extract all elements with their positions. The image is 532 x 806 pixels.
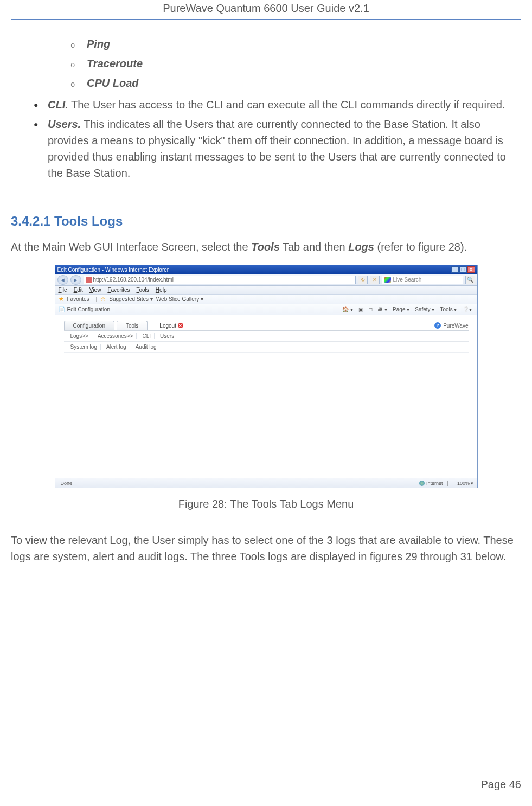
list-item-ping: Ping <box>87 36 110 52</box>
menu-edit[interactable]: Edit <box>74 287 83 293</box>
address-bar[interactable]: http://192.168.200.104/index.html <box>84 276 356 284</box>
page-number: Page 46 <box>480 778 521 790</box>
figure-28: Edit Configuration - Windows Internet Ex… <box>11 265 521 488</box>
window-title: Edit Configuration - Windows Internet Ex… <box>57 267 169 273</box>
subnav-users[interactable]: Users <box>157 333 177 339</box>
nested-list: o Ping o Traceroute o CPU Load <box>70 36 521 91</box>
menu-view[interactable]: View <box>89 287 101 293</box>
section-heading: 3.4.2.1 Tools Logs <box>11 214 521 229</box>
favorites-star-icon[interactable]: ★ <box>59 296 64 303</box>
bullet-dot: ● <box>34 116 48 181</box>
stop-button[interactable]: ✕ <box>370 276 380 284</box>
log-audit[interactable]: Audit log <box>132 344 160 350</box>
zoom-control[interactable]: 100% ▾ <box>457 481 474 486</box>
mail-button[interactable]: □ <box>367 305 374 314</box>
safety-menu[interactable]: Safety ▾ <box>413 305 437 314</box>
intro-paragraph: At the Main Web GUI Interface Screen, se… <box>11 239 521 255</box>
search-provider-icon <box>384 277 391 283</box>
log-alert[interactable]: Alert log <box>103 344 130 350</box>
web-slice-gallery[interactable]: Web Slice Gallery ▾ <box>156 296 203 302</box>
bullet-list: ● CLI. The User has access to the CLI an… <box>34 97 521 181</box>
favorites-label[interactable]: Favorites <box>67 296 89 302</box>
search-go-button[interactable]: 🔍 <box>465 276 475 284</box>
list-marker: o <box>70 40 87 52</box>
ie-favorites-bar: ★ Favorites | ☆ Suggested Sites ▾ Web Sl… <box>55 295 477 304</box>
list-item-traceroute: Traceroute <box>87 55 143 72</box>
menu-help[interactable]: Help <box>156 287 167 293</box>
subnav-cli[interactable]: CLI <box>139 333 155 339</box>
logout-icon: ✕ <box>178 323 183 328</box>
ie-status-bar: Done Internet | 100% ▾ <box>55 478 477 488</box>
favicon-icon <box>86 277 92 283</box>
tools-menu[interactable]: Tools ▾ <box>438 305 459 314</box>
page-header: PureWave Quantum 6600 User Guide v2.1 <box>11 0 521 20</box>
subnav-logs[interactable]: Logs>> <box>67 333 92 339</box>
page-menu[interactable]: Page ▾ <box>390 305 412 314</box>
subnav-accessories[interactable]: Accessories>> <box>94 333 137 339</box>
logout-button[interactable]: Logout ✕ <box>159 323 183 329</box>
back-button[interactable]: ◄ <box>57 275 68 285</box>
globe-icon <box>419 481 425 486</box>
window-minimize-button[interactable]: _ <box>451 266 459 273</box>
page-tab-icon: 📄 <box>59 306 65 312</box>
help-icon[interactable]: ? <box>434 322 441 329</box>
security-zone[interactable]: Internet <box>419 481 443 486</box>
ie-window: Edit Configuration - Windows Internet Ex… <box>55 265 478 488</box>
list-item-cpuload: CPU Load <box>87 75 139 91</box>
feeds-button[interactable]: ▣ <box>356 305 366 314</box>
ie-command-bar: 📄 Edit Configuration 🏠 ▾ ▣ □ 🖶 ▾ Page ▾ … <box>55 304 477 315</box>
brand-logo: ? PureWave <box>434 322 468 329</box>
ie-navbar: ◄ ► http://192.168.200.104/index.html ↻ … <box>55 274 477 286</box>
list-marker: o <box>70 60 87 71</box>
bullet-cli: CLI. The User has access to the CLI and … <box>48 97 521 113</box>
window-close-button[interactable]: X <box>467 266 475 273</box>
list-marker: o <box>70 79 87 91</box>
bullet-users: Users. This indicates all the Users that… <box>48 116 521 181</box>
log-system[interactable]: System log <box>67 344 101 350</box>
print-button[interactable]: 🖶 ▾ <box>375 305 389 314</box>
menu-tools[interactable]: Tools <box>137 287 149 293</box>
home-button[interactable]: 🏠 ▾ <box>340 305 355 314</box>
help-button[interactable]: ❔▾ <box>460 305 474 314</box>
menu-favorites[interactable]: Favorites <box>107 287 130 293</box>
menu-file[interactable]: File <box>59 287 67 293</box>
page-tab-title[interactable]: Edit Configuration <box>67 306 111 312</box>
tab-tools[interactable]: Tools <box>117 321 148 330</box>
status-done: Done <box>61 481 73 486</box>
suggested-sites[interactable]: Suggested Sites ▾ <box>109 296 153 302</box>
forward-button[interactable]: ► <box>70 275 81 285</box>
bullet-dot: ● <box>34 97 48 113</box>
figure-caption: Figure 28: The Tools Tab Logs Menu <box>11 498 521 510</box>
page-footer: Page 46 <box>480 778 521 791</box>
tools-subnav: Logs>> Accessories>> CLI Users <box>64 330 469 342</box>
ie-viewport: Configuration Tools Logout ✕ ? PureWave <box>55 315 477 478</box>
search-input[interactable]: Live Search <box>382 276 463 284</box>
logs-subnav: System log Alert log Audit log <box>64 342 469 353</box>
ie-menubar: File Edit View Favorites Tools Help <box>55 286 477 295</box>
refresh-button[interactable]: ↻ <box>358 276 368 284</box>
body-paragraph-2: To view the relevant Log, the User simpl… <box>11 532 521 565</box>
tab-configuration[interactable]: Configuration <box>64 321 114 330</box>
favorites-add-icon[interactable]: ☆ <box>100 296 106 303</box>
window-maximize-button[interactable]: □ <box>459 266 467 273</box>
ie-titlebar: Edit Configuration - Windows Internet Ex… <box>55 265 477 274</box>
